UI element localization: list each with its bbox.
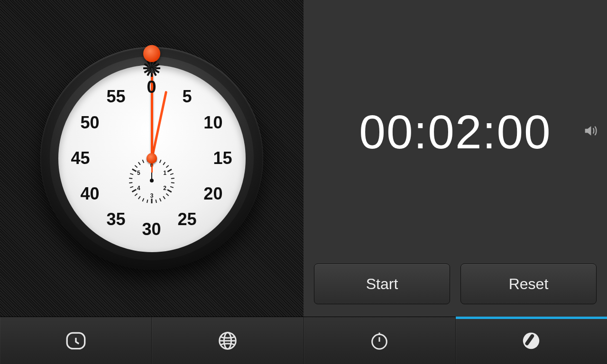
stopwatch-dial[interactable]: 012345 0510152025303540455055	[40, 47, 263, 270]
tab-stopwatch[interactable]	[304, 317, 456, 364]
subdial-number: 1	[163, 170, 166, 176]
dial-number: 10	[203, 113, 222, 133]
start-button[interactable]: Start	[314, 264, 450, 304]
subdial-number: 4	[137, 185, 140, 191]
dial-number: 55	[106, 87, 125, 107]
dial-number: 50	[81, 113, 100, 133]
dial-number: 20	[203, 184, 222, 204]
alarm-clock-icon	[64, 329, 88, 353]
dial-center-pin	[147, 153, 157, 164]
dial-number: 15	[213, 148, 232, 168]
sound-toggle-button[interactable]	[582, 123, 598, 141]
minute-hand	[151, 91, 167, 159]
tab-bar	[0, 317, 607, 364]
dial-number: 45	[71, 148, 90, 168]
timer-icon	[520, 330, 542, 352]
stopwatch-icon	[368, 330, 390, 352]
subdial-number: 5	[137, 170, 140, 176]
dial-knob-icon	[143, 45, 160, 62]
subdial-number: 2	[163, 185, 166, 191]
tab-alarm[interactable]	[0, 317, 152, 364]
dial-number: 40	[81, 184, 100, 204]
dial-number: 30	[142, 219, 161, 239]
tab-worldclock[interactable]	[152, 317, 304, 364]
tab-timer[interactable]	[456, 317, 607, 364]
reset-button[interactable]: Reset	[460, 264, 597, 304]
timer-panel: 00:02:00 Start Reset	[304, 0, 607, 317]
globe-icon	[217, 330, 239, 352]
dial-number: 35	[106, 209, 125, 229]
dial-number: 0	[147, 77, 156, 97]
dial-number: 5	[182, 87, 192, 107]
timer-display[interactable]: 00:02:00	[359, 105, 551, 159]
dial-number: 25	[177, 209, 196, 229]
subdial-number: 3	[150, 192, 154, 199]
dial-panel: 012345 0510152025303540455055	[0, 0, 304, 317]
speaker-icon	[582, 123, 598, 139]
